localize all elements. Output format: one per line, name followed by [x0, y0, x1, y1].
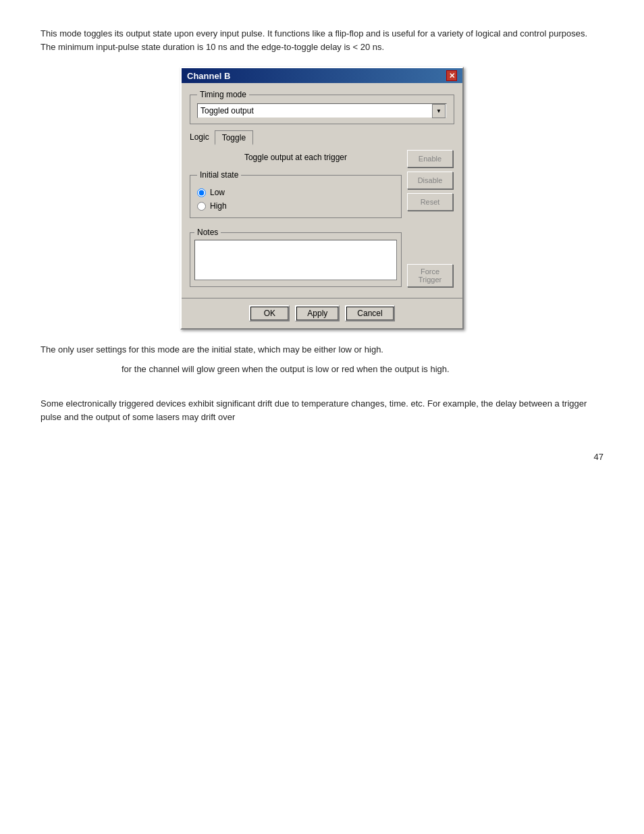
tabs-row: Logic Toggle	[190, 130, 454, 145]
radio-high-label: High	[210, 201, 227, 211]
reset-button[interactable]: Reset	[407, 193, 453, 211]
radio-high[interactable]	[197, 202, 206, 211]
toggle-tab-label: Toggle	[222, 133, 246, 142]
close-icon: ✕	[449, 72, 455, 80]
disable-button[interactable]: Disable	[407, 172, 453, 189]
initial-state-legend: Initial state	[197, 170, 241, 180]
main-area: Toggle output at each trigger Initial st…	[190, 150, 454, 287]
cancel-button[interactable]: Cancel	[345, 305, 394, 321]
notes-group: Notes	[190, 228, 402, 287]
dialog-footer: OK Apply Cancel	[182, 298, 462, 328]
dialog-titlebar: Channel B ✕	[182, 68, 462, 83]
dialog-wrapper: Channel B ✕ Timing mode Toggled output D…	[41, 67, 603, 330]
notes-textarea[interactable]	[194, 240, 397, 280]
after-text-2: for the channel will glow green when the…	[122, 363, 603, 377]
timing-mode-legend: Timing mode	[197, 90, 249, 99]
intro-text: This mode toggles its output state upon …	[41, 27, 603, 53]
toggle-output-text: Toggle output at each trigger	[190, 150, 402, 165]
close-button[interactable]: ✕	[446, 70, 457, 81]
timing-mode-select-container[interactable]: Toggled output Delayed pulse Pulse train…	[197, 103, 447, 118]
timing-mode-group: Timing mode Toggled output Delayed pulse…	[190, 90, 454, 124]
toggle-tab[interactable]: Toggle	[215, 130, 253, 145]
page-number: 47	[41, 452, 603, 462]
radio-low[interactable]	[197, 188, 206, 197]
radio-low-label: Low	[210, 188, 225, 197]
apply-button[interactable]: Apply	[295, 305, 340, 321]
ok-button[interactable]: OK	[249, 305, 290, 321]
initial-state-group: Initial state Low High	[190, 170, 402, 218]
after-text-1: The only user settings for this mode are…	[41, 343, 603, 357]
notes-legend: Notes	[194, 228, 221, 237]
left-panel: Toggle output at each trigger Initial st…	[190, 150, 402, 287]
dialog-body: Timing mode Toggled output Delayed pulse…	[182, 83, 462, 294]
radio-low-row: Low	[197, 188, 394, 197]
force-trigger-button[interactable]: Force Trigger	[407, 264, 453, 287]
dialog-title: Channel B	[187, 71, 230, 81]
logic-tab-label: Logic	[190, 130, 209, 145]
radio-high-row: High	[197, 201, 394, 211]
right-panel: Enable Disable Reset Force Trigger	[407, 150, 454, 287]
bottom-text: Some electronically triggered devices ex…	[41, 397, 603, 425]
enable-button[interactable]: Enable	[407, 150, 453, 167]
channel-b-dialog: Channel B ✕ Timing mode Toggled output D…	[180, 67, 464, 330]
timing-mode-select[interactable]: Toggled output Delayed pulse Pulse train…	[197, 103, 447, 118]
